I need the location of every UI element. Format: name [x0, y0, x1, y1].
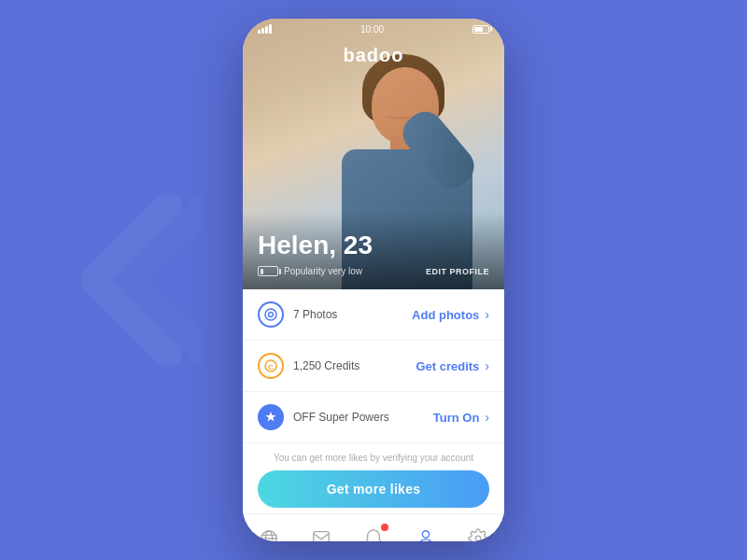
credits-count: 1,250 Credits	[293, 359, 416, 372]
notification-badge	[381, 524, 388, 531]
low-battery-icon	[258, 266, 278, 276]
popularity-row: Popularity very low EDIT PROFILE	[258, 266, 489, 276]
profile-name: Helen, 23	[258, 231, 489, 260]
add-photos-link[interactable]: Add photos	[412, 308, 479, 322]
nav-chat[interactable]	[304, 522, 338, 541]
photos-icon	[258, 301, 284, 328]
popularity-left: Popularity very low	[258, 266, 362, 276]
superpowers-icon	[258, 404, 284, 430]
phone-frame: 10:00 ba	[243, 19, 504, 541]
svg-point-11	[475, 536, 481, 541]
signal-icon	[258, 24, 272, 34]
superpowers-chevron: ›	[485, 410, 489, 425]
credits-icon: C	[258, 353, 284, 379]
svg-point-10	[422, 531, 429, 538]
verify-section: You can get more likes by verifying your…	[243, 443, 504, 513]
superpowers-list-item[interactable]: OFF Super Powers Turn On ›	[243, 392, 504, 443]
status-time: 10:00	[360, 24, 384, 35]
svg-text:C: C	[268, 363, 274, 371]
svg-point-4	[261, 531, 277, 541]
list-items: 7 Photos Add photos › C 1,250 Credits Ge…	[243, 289, 504, 443]
photos-chevron: ›	[485, 307, 489, 322]
svg-point-1	[269, 313, 274, 317]
nav-notifications[interactable]	[357, 522, 390, 541]
photos-list-item[interactable]: 7 Photos Add photos ›	[243, 289, 504, 341]
battery-icon	[472, 25, 489, 34]
bottom-nav	[243, 513, 504, 541]
svg-point-5	[265, 531, 272, 541]
credits-list-item[interactable]: C 1,250 Credits Get credits ›	[243, 341, 504, 392]
status-bar: 10:00	[243, 19, 504, 39]
verify-text: You can get more likes by verifying your…	[258, 453, 489, 463]
edit-profile-button[interactable]: EDIT PROFILE	[426, 267, 489, 276]
nav-profile[interactable]	[409, 522, 443, 541]
photo-overlay: Helen, 23 Popularity very low EDIT PROFI…	[243, 212, 504, 289]
profile-photo: badoo Helen, 23 Popularity very low EDIT…	[243, 19, 504, 289]
credits-chevron: ›	[485, 358, 489, 373]
app-logo: badoo	[344, 45, 404, 66]
svg-point-0	[265, 309, 276, 320]
nav-settings[interactable]	[461, 522, 495, 541]
photos-count: 7 Photos	[293, 308, 412, 321]
superpowers-status: OFF Super Powers	[293, 411, 433, 424]
popularity-text: Popularity very low	[284, 266, 362, 276]
get-credits-link[interactable]: Get credits	[416, 359, 479, 373]
content-area: 7 Photos Add photos › C 1,250 Credits Ge…	[243, 289, 504, 541]
turn-on-link[interactable]: Turn On	[433, 411, 480, 425]
nav-globe[interactable]	[252, 522, 286, 541]
bg-decoration	[56, 187, 205, 373]
get-more-likes-button[interactable]: Get more likes	[258, 470, 489, 508]
